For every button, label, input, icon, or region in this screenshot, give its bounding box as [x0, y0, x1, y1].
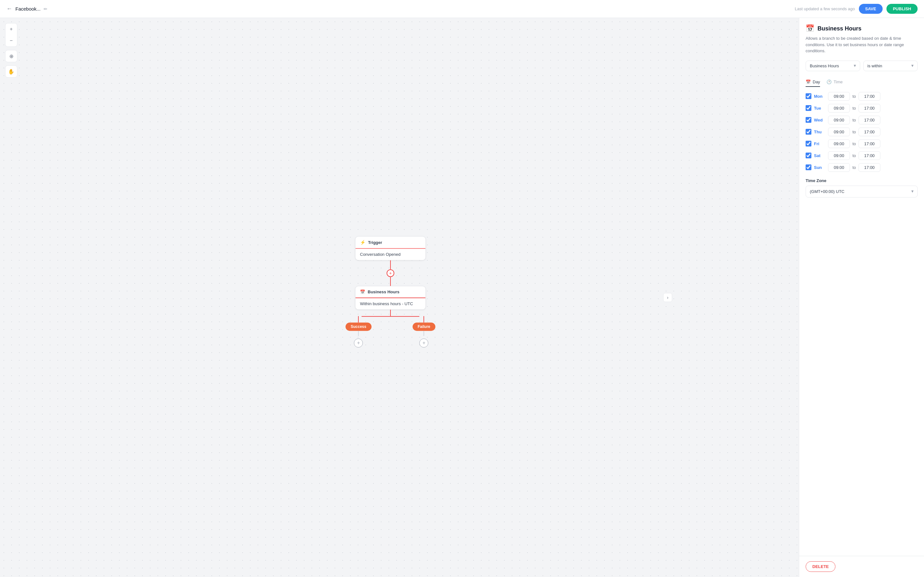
- publish-button[interactable]: PUBLISH: [887, 4, 918, 14]
- last-updated-text: Last updated a few seconds ago: [795, 6, 855, 11]
- page-title: Facebook...: [15, 6, 40, 11]
- day-from-tue[interactable]: [828, 104, 850, 113]
- day-label-tue: Tue: [814, 106, 825, 111]
- day-tab-icon: 📅: [806, 79, 811, 84]
- panel-content: 📅 Business Hours Allows a branch to be c…: [799, 18, 924, 556]
- header-right: Last updated a few seconds ago SAVE PUBL…: [795, 4, 918, 14]
- timezone-section: Time Zone (GMT+00:00) UTC ▼: [806, 178, 918, 197]
- to-label-sun: to: [853, 165, 856, 170]
- collapse-panel-button[interactable]: ›: [663, 293, 672, 302]
- business-icon: 📅: [360, 290, 365, 294]
- success-pill[interactable]: Success: [346, 322, 372, 331]
- day-checkbox-wed[interactable]: [806, 117, 811, 123]
- pan-controls: ✋: [5, 65, 17, 77]
- trigger-node-header: ⚡ Trigger: [355, 237, 425, 249]
- success-branch: Success +: [346, 316, 372, 348]
- failure-add-button[interactable]: +: [419, 338, 428, 348]
- filter-type-select[interactable]: Business Hours: [806, 61, 860, 71]
- trigger-node-title: Trigger: [368, 240, 382, 245]
- to-label-mon: to: [853, 94, 856, 99]
- branch-stem-line: [390, 309, 391, 316]
- day-label-mon: Mon: [814, 94, 825, 99]
- to-label-thu: to: [853, 129, 856, 134]
- business-node-header: 📅 Business Hours: [355, 286, 425, 298]
- to-label-tue: to: [853, 106, 856, 111]
- left-toolbar: + − ⊕ ✋: [5, 23, 17, 80]
- header-left: ← Facebook... ✏: [6, 5, 47, 12]
- day-to-thu[interactable]: [859, 127, 880, 136]
- pan-button[interactable]: ✋: [5, 66, 17, 77]
- time-tab-label: Time: [834, 79, 843, 84]
- failure-pill[interactable]: Failure: [413, 322, 435, 331]
- day-checkbox-thu[interactable]: [806, 129, 811, 135]
- failure-branch: Failure +: [413, 316, 435, 348]
- day-checkbox-sat[interactable]: [806, 153, 811, 158]
- fit-controls: ⊕: [5, 50, 17, 62]
- business-node-title: Business Hours: [368, 290, 399, 294]
- day-from-sun[interactable]: [828, 163, 850, 172]
- tabs-row: 📅 Day 🕐 Time: [806, 77, 918, 87]
- to-label-fri: to: [853, 141, 856, 146]
- zoom-out-button[interactable]: −: [5, 35, 17, 47]
- success-bottom-line: [358, 331, 359, 336]
- day-to-mon[interactable]: [859, 92, 880, 101]
- day-row-mon: Mon to: [806, 92, 918, 101]
- day-from-sat[interactable]: [828, 151, 850, 160]
- day-to-fri[interactable]: [859, 139, 880, 148]
- zoom-in-button[interactable]: +: [5, 23, 17, 35]
- right-panel: 📅 Business Hours Allows a branch to be c…: [799, 18, 924, 577]
- day-row-sun: Sun to: [806, 163, 918, 172]
- day-to-sun[interactable]: [859, 163, 880, 172]
- panel-description: Allows a branch to be created based on d…: [806, 35, 918, 54]
- business-node-body: Within business hours - UTC: [355, 298, 425, 309]
- day-to-tue[interactable]: [859, 104, 880, 113]
- add-node-button-1[interactable]: +: [387, 269, 394, 277]
- to-label-sat: to: [853, 153, 856, 158]
- day-label-sun: Sun: [814, 165, 825, 170]
- success-add-button[interactable]: +: [354, 338, 363, 348]
- trigger-icon: ⚡: [360, 240, 365, 245]
- to-label-wed: to: [853, 118, 856, 122]
- day-checkbox-fri[interactable]: [806, 141, 811, 147]
- day-checkbox-mon[interactable]: [806, 93, 811, 99]
- flow-container: ⚡ Trigger Conversation Opened + 📅 Busine…: [346, 236, 435, 348]
- panel-title: Business Hours: [817, 25, 861, 32]
- day-label-sat: Sat: [814, 153, 825, 158]
- tab-time[interactable]: 🕐 Time: [827, 77, 843, 87]
- zoom-controls: + −: [5, 23, 17, 47]
- delete-button[interactable]: DELETE: [806, 561, 835, 572]
- tab-day[interactable]: 📅 Day: [806, 77, 820, 87]
- filter-condition-wrapper: is within ▼: [863, 61, 918, 71]
- day-label-fri: Fri: [814, 141, 825, 146]
- business-hours-node[interactable]: 📅 Business Hours Within business hours -…: [355, 286, 426, 309]
- save-button[interactable]: SAVE: [859, 4, 883, 14]
- day-tab-label: Day: [813, 79, 820, 84]
- filter-type-wrapper: Business Hours ▼: [806, 61, 860, 71]
- timezone-label: Time Zone: [806, 178, 918, 183]
- day-checkbox-sun[interactable]: [806, 164, 811, 170]
- day-from-mon[interactable]: [828, 92, 850, 101]
- fit-button[interactable]: ⊕: [5, 50, 17, 62]
- h-branches: Success + Failure +: [346, 316, 435, 348]
- day-from-thu[interactable]: [828, 127, 850, 136]
- canvas-area[interactable]: + − ⊕ ✋ › ⚡ Trigger Conversation Opened: [0, 18, 799, 577]
- panel-header-icon: 📅: [806, 24, 814, 33]
- filter-row: Business Hours ▼ is within ▼: [806, 61, 918, 71]
- timezone-select[interactable]: (GMT+00:00) UTC: [806, 185, 918, 197]
- day-from-fri[interactable]: [828, 139, 850, 148]
- day-to-sat[interactable]: [859, 151, 880, 160]
- trigger-node[interactable]: ⚡ Trigger Conversation Opened: [355, 236, 426, 260]
- day-row-wed: Wed to: [806, 116, 918, 124]
- timezone-select-wrapper: (GMT+00:00) UTC ▼: [806, 185, 918, 197]
- edit-icon[interactable]: ✏: [44, 6, 47, 11]
- day-from-wed[interactable]: [828, 116, 850, 124]
- back-button[interactable]: ←: [6, 5, 12, 12]
- filter-condition-select[interactable]: is within: [863, 61, 918, 71]
- day-to-wed[interactable]: [859, 116, 880, 124]
- time-tab-icon: 🕐: [827, 79, 832, 84]
- panel-footer: DELETE: [799, 556, 924, 577]
- failure-v-line: [423, 316, 424, 322]
- day-label-thu: Thu: [814, 129, 825, 134]
- day-checkbox-tue[interactable]: [806, 105, 811, 111]
- connector-line-2: [390, 277, 391, 286]
